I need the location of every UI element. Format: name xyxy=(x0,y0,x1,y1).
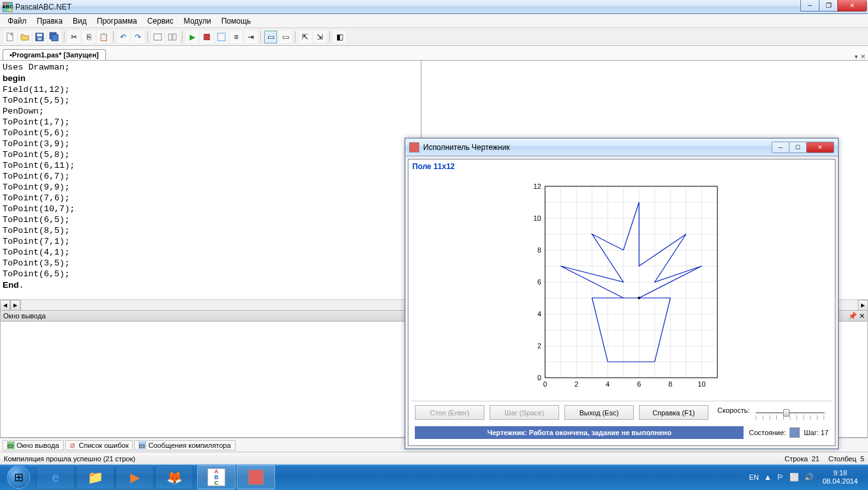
menu-edit[interactable]: Правка xyxy=(32,15,68,27)
menu-program[interactable]: Программа xyxy=(92,15,142,27)
window-title: PascalABC.NET xyxy=(15,3,865,11)
btab-compiler[interactable]: ▭Сообщения компилятора xyxy=(134,440,235,450)
btab-errors[interactable]: ⊘Список ошибок xyxy=(65,440,133,450)
app-icon: ABC xyxy=(3,2,13,12)
state-box xyxy=(789,427,800,438)
svg-point-50 xyxy=(638,297,640,299)
menu-bar: Файл Правка Вид Программа Сервис Модули … xyxy=(0,14,868,28)
code-editor[interactable]: Uses Drawman; begin Field(11,12); ToPoin… xyxy=(0,61,421,299)
tray-clock[interactable]: 9:18 08.04.2014 xyxy=(819,469,862,486)
minimize-button[interactable]: ─ xyxy=(800,0,819,11)
menu-help[interactable]: Помощь xyxy=(216,15,256,27)
taskbar-ie[interactable]: e xyxy=(36,465,75,489)
taskbar-explorer[interactable]: 📁 xyxy=(76,465,114,489)
tray-icon-1[interactable]: 🏳 xyxy=(777,473,784,482)
cut-icon[interactable]: ✂ xyxy=(68,31,80,43)
lang-indicator[interactable]: EN xyxy=(749,473,759,481)
svg-text:10: 10 xyxy=(698,380,705,388)
copy-icon[interactable]: ⎘ xyxy=(82,31,95,43)
tb-btn-9[interactable]: ⇲ xyxy=(313,31,326,43)
drawman-titlebar[interactable]: Исполнитель Чертежник ─ ☐ ✕ xyxy=(405,138,838,156)
svg-rect-5 xyxy=(52,34,58,41)
editor-tab[interactable]: •Program1.pas* [Запущен] xyxy=(3,49,106,60)
tb-btn-6[interactable]: ▭ xyxy=(264,31,277,43)
redo-icon[interactable]: ↷ xyxy=(131,31,144,43)
tab-close-icon[interactable]: ✕ xyxy=(860,53,865,60)
svg-rect-9 xyxy=(204,34,210,40)
title-bar[interactable]: ABC PascalABC.NET ─ ❐ ✕ xyxy=(0,0,868,14)
drawman-icon xyxy=(409,142,419,152)
svg-rect-10 xyxy=(218,33,225,41)
speed-label: Скорость: xyxy=(717,406,750,414)
output-close-icon[interactable]: ✕ xyxy=(859,312,865,320)
tb-btn-5[interactable]: ⇥ xyxy=(244,31,257,43)
toolbar: ✂ ⎘ 📋 ↶ ↷ ▶ ≡ ⇥ ▭ ▭ ⇱ ⇲ ◧ xyxy=(0,28,868,46)
help-button[interactable]: Справка (F1) xyxy=(639,405,708,420)
exit-button[interactable]: Выход (Esc) xyxy=(564,405,634,420)
menu-modules[interactable]: Модули xyxy=(179,15,216,27)
menu-view[interactable]: Вид xyxy=(68,15,92,27)
tray-flag-icon[interactable]: ▲ xyxy=(764,473,772,482)
close-button[interactable]: ✕ xyxy=(837,0,867,11)
tb-btn-4[interactable]: ≡ xyxy=(230,31,243,43)
step-counter: Шаг: 17 xyxy=(804,429,828,436)
svg-rect-6 xyxy=(154,34,161,40)
svg-text:4: 4 xyxy=(606,380,610,388)
tab-dropdown-icon[interactable]: ▾ xyxy=(855,53,858,60)
tb-btn-3[interactable] xyxy=(215,31,228,43)
run-icon[interactable]: ▶ xyxy=(186,31,198,43)
svg-text:12: 12 xyxy=(534,182,541,190)
undo-icon[interactable]: ↶ xyxy=(117,31,130,43)
tb-btn-7[interactable]: ▭ xyxy=(279,31,292,43)
scroll-right-icon[interactable]: ▶ xyxy=(10,300,20,311)
speed-slider[interactable]: ||||||||||| xyxy=(756,406,825,419)
maximize-button[interactable]: ❐ xyxy=(819,0,838,11)
tray-volume-icon[interactable]: 🔊 xyxy=(804,473,814,482)
svg-text:6: 6 xyxy=(537,278,541,286)
svg-text:8: 8 xyxy=(537,246,541,254)
tb-btn-2[interactable] xyxy=(166,31,179,43)
pin-icon[interactable]: 📌 xyxy=(848,312,857,320)
canvas-area: 0246810024681012 xyxy=(408,174,835,399)
taskbar-pascalabc[interactable]: ABC xyxy=(197,465,236,489)
status-compile: Компиляция прошла успешно (21 строк) xyxy=(4,455,135,463)
svg-text:2: 2 xyxy=(574,380,578,388)
svg-text:8: 8 xyxy=(668,380,672,388)
tray-icon-2[interactable]: ⬜ xyxy=(789,473,799,482)
save-icon[interactable] xyxy=(33,31,46,43)
field-label: Поле 11x12 xyxy=(408,160,835,174)
svg-rect-2 xyxy=(37,34,42,36)
taskbar-drawman[interactable] xyxy=(237,465,275,489)
menu-file[interactable]: Файл xyxy=(3,15,32,27)
child-close-button[interactable]: ✕ xyxy=(806,142,834,153)
stop-icon[interactable] xyxy=(200,31,213,43)
stop-button[interactable]: Стоп (Enter) xyxy=(415,405,484,420)
taskbar-media[interactable]: ▶ xyxy=(116,465,154,489)
drawman-title: Исполнитель Чертежник xyxy=(423,143,772,152)
svg-text:4: 4 xyxy=(537,310,541,318)
tb-btn-8[interactable]: ⇱ xyxy=(299,31,311,43)
system-tray: EN ▲ 🏳 ⬜ 🔊 9:18 08.04.2014 xyxy=(744,464,867,490)
open-icon[interactable] xyxy=(19,31,31,43)
start-button[interactable]: ⊞ xyxy=(1,464,36,490)
child-minimize-button[interactable]: ─ xyxy=(772,142,789,153)
saveall-icon[interactable] xyxy=(48,31,61,43)
taskbar-firefox[interactable]: 🦊 xyxy=(155,465,193,489)
new-icon[interactable] xyxy=(4,31,17,43)
drawman-window[interactable]: Исполнитель Чертежник ─ ☐ ✕ Поле 11x12 0… xyxy=(405,138,839,449)
scroll-left-icon[interactable]: ◀ xyxy=(0,300,10,311)
paste-icon[interactable]: 📋 xyxy=(97,31,110,43)
status-bar: Компиляция прошла успешно (21 строк) Стр… xyxy=(0,452,868,464)
scroll-right-icon-2[interactable]: ▶ xyxy=(858,300,868,311)
svg-rect-7 xyxy=(168,34,172,40)
svg-text:10: 10 xyxy=(534,214,541,222)
window-controls: ─ ❐ ✕ xyxy=(801,0,867,11)
child-maximize-button[interactable]: ☐ xyxy=(789,142,807,153)
btab-output[interactable]: ▭Окно вывода xyxy=(3,440,64,450)
menu-service[interactable]: Сервис xyxy=(142,15,179,27)
drawman-status: Чертежник: Работа окончена, задание не в… xyxy=(415,426,744,439)
step-button[interactable]: Шаг (Space) xyxy=(490,405,559,420)
tb-btn-10[interactable]: ◧ xyxy=(333,31,346,43)
svg-text:0: 0 xyxy=(537,374,541,382)
tb-btn-1[interactable] xyxy=(151,31,164,43)
